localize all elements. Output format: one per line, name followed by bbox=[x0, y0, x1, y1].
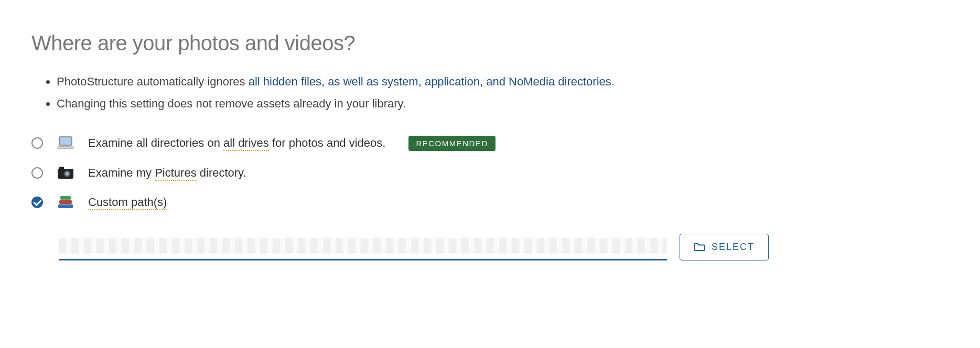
opt2-dotted: Pictures bbox=[155, 166, 196, 181]
info-bullet-1: PhotoStructure automatically ignores all… bbox=[57, 71, 949, 93]
books-icon bbox=[57, 195, 74, 210]
option-all-drives-label: Examine all directories on all drives fo… bbox=[88, 136, 385, 150]
option-custom-label: Custom path(s) bbox=[88, 195, 167, 209]
camera-icon bbox=[57, 166, 74, 180]
folder-outline-icon bbox=[694, 242, 705, 252]
custom-path-row: SELECT bbox=[59, 234, 949, 260]
recommended-badge: RECOMMENDED bbox=[408, 136, 495, 151]
svg-rect-1 bbox=[58, 146, 73, 149]
options-group: Examine all directories on all drives fo… bbox=[31, 136, 949, 260]
option-pictures-label: Examine my Pictures directory. bbox=[88, 166, 246, 180]
opt2-suffix: directory. bbox=[197, 166, 246, 179]
svg-rect-3 bbox=[59, 167, 64, 169]
option-all-drives[interactable]: Examine all directories on all drives fo… bbox=[31, 136, 949, 151]
option-custom[interactable]: Custom path(s) bbox=[31, 195, 949, 210]
opt3-dotted: Custom path(s) bbox=[88, 195, 167, 210]
opt2-prefix: Examine my bbox=[88, 166, 155, 179]
radio-pictures[interactable] bbox=[31, 167, 43, 179]
laptop-icon bbox=[57, 136, 74, 150]
select-button-label: SELECT bbox=[712, 242, 755, 253]
svg-rect-6 bbox=[58, 204, 73, 208]
info-list: PhotoStructure automatically ignores all… bbox=[31, 71, 949, 115]
opt1-dotted: all drives bbox=[223, 136, 269, 151]
opt1-suffix: for photos and videos. bbox=[269, 136, 386, 149]
bullet1-text-prefix: PhotoStructure automatically ignores bbox=[57, 75, 249, 88]
opt1-prefix: Examine all directories on bbox=[88, 136, 223, 149]
radio-custom[interactable] bbox=[31, 197, 43, 208]
svg-point-5 bbox=[66, 172, 69, 176]
option-pictures[interactable]: Examine my Pictures directory. bbox=[31, 166, 949, 180]
svg-rect-8 bbox=[60, 196, 71, 200]
path-value-redacted bbox=[59, 238, 667, 254]
svg-rect-0 bbox=[59, 137, 72, 145]
info-bullet-2: Changing this setting does not remove as… bbox=[57, 93, 949, 115]
radio-all-drives[interactable] bbox=[31, 137, 43, 149]
ignored-files-link[interactable]: all hidden files, as well as system, app… bbox=[249, 75, 615, 88]
svg-rect-7 bbox=[59, 200, 72, 204]
select-button[interactable]: SELECT bbox=[680, 234, 769, 260]
page-heading: Where are your photos and videos? bbox=[31, 31, 949, 55]
custom-path-input[interactable] bbox=[59, 234, 667, 260]
